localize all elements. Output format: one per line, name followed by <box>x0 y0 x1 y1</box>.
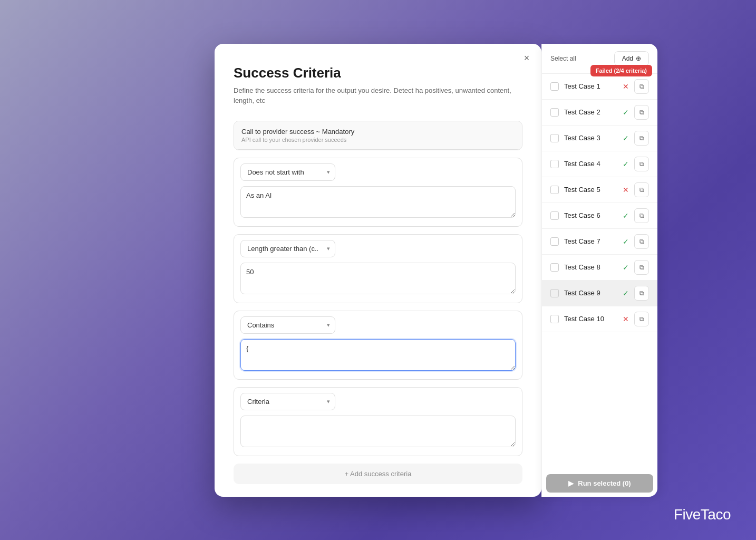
test-case-7-name: Test Case 7 <box>564 237 617 245</box>
test-case-row[interactable]: Test Case 1 ✕ ⧉ <box>542 74 657 100</box>
add-icon: ⊕ <box>636 55 641 62</box>
test-case-4-name: Test Case 4 <box>564 160 617 168</box>
pass-icon-3: ✓ <box>623 134 629 142</box>
test-case-7-checkbox[interactable] <box>550 237 559 246</box>
fail-icon-10: ✕ <box>623 315 629 323</box>
criteria-5-select-wrapper: Criteria Does not start with Length grea… <box>240 393 335 410</box>
test-case-3-name: Test Case 3 <box>564 134 617 142</box>
test-case-row[interactable]: Test Case 6 ✓ ⧉ <box>542 203 657 229</box>
test-case-5-checkbox[interactable] <box>550 186 559 194</box>
test-case-6-checkbox[interactable] <box>550 211 559 220</box>
copy-button-3[interactable]: ⧉ <box>634 131 649 146</box>
pass-icon-8: ✓ <box>623 263 629 272</box>
add-button[interactable]: Add ⊕ <box>614 51 649 66</box>
right-panel-header: Select all Add ⊕ Failed (2/4 criteria) <box>542 44 657 74</box>
criteria-4-select[interactable]: Contains Does not start with Length grea… <box>240 316 335 334</box>
pass-icon-4: ✓ <box>623 160 629 168</box>
test-case-10-checkbox[interactable] <box>550 315 559 323</box>
test-case-row[interactable]: Test Case 7 ✓ ⧉ <box>542 229 657 255</box>
criteria-3-select[interactable]: Length greater than (c... Does not start… <box>240 240 335 257</box>
criteria-block-2: Does not start with Contains Length grea… <box>234 158 522 227</box>
copy-button-8[interactable]: ⧉ <box>634 260 649 275</box>
copy-button-7[interactable]: ⧉ <box>634 234 649 249</box>
copy-button-2[interactable]: ⧉ <box>634 105 649 120</box>
add-button-label: Add <box>622 55 633 62</box>
brand-logo: FiveTaco <box>674 506 731 523</box>
criteria-3-select-wrapper: Length greater than (c... Does not start… <box>240 240 335 257</box>
criteria-4-textarea[interactable]: { <box>240 339 516 371</box>
criteria-2-select[interactable]: Does not start with Contains Length grea… <box>240 163 335 181</box>
play-icon: ▶ <box>568 479 574 487</box>
modal-subtitle: Define the success criteria for the outp… <box>234 85 522 106</box>
test-case-row[interactable]: Test Case 9 ✓ ⧉ <box>542 281 657 306</box>
criteria-3-textarea[interactable]: 50 <box>240 263 516 294</box>
pass-icon-7: ✓ <box>623 237 629 246</box>
fail-icon-5: ✕ <box>623 186 629 194</box>
brand-name-part2: Taco <box>701 506 731 523</box>
test-case-9-checkbox[interactable] <box>550 289 559 297</box>
criteria-block-5: Criteria Does not start with Length grea… <box>234 387 522 456</box>
main-modal: × Success Criteria Define the success cr… <box>215 44 541 497</box>
pass-icon-6: ✓ <box>623 211 629 220</box>
criteria-5-select[interactable]: Criteria Does not start with Length grea… <box>240 393 335 410</box>
test-case-1-name: Test Case 1 <box>564 82 617 90</box>
right-panel: Select all Add ⊕ Failed (2/4 criteria) T… <box>541 44 657 497</box>
test-case-1-checkbox[interactable] <box>550 82 559 91</box>
criteria-2-textarea[interactable]: As an AI <box>240 186 516 218</box>
copy-button-9[interactable]: ⧉ <box>634 286 649 301</box>
close-button[interactable]: × <box>519 51 534 66</box>
test-case-row[interactable]: Test Case 10 ✕ ⧉ <box>542 306 657 332</box>
test-case-6-name: Test Case 6 <box>564 211 617 219</box>
copy-button-4[interactable]: ⧉ <box>634 157 649 171</box>
pass-icon-2: ✓ <box>623 108 629 117</box>
copy-button-1[interactable]: ⧉ <box>634 79 649 94</box>
modal-left-panel: Success Criteria Define the success crit… <box>215 44 541 497</box>
test-case-10-name: Test Case 10 <box>564 315 617 323</box>
test-case-9-name: Test Case 9 <box>564 289 617 297</box>
criteria-2-select-wrapper: Does not start with Contains Length grea… <box>240 163 335 181</box>
criteria-4-select-wrapper: Contains Does not start with Length grea… <box>240 316 335 334</box>
brand-name-part1: Five <box>674 506 701 523</box>
failed-badge: Failed (2/4 criteria) <box>590 65 652 76</box>
add-criteria-button[interactable]: + Add success criteria <box>234 464 522 484</box>
run-selected-label: Run selected (0) <box>578 479 631 487</box>
test-case-2-name: Test Case 2 <box>564 108 617 116</box>
criteria-1-title: Call to provider success ~ Mandatory <box>241 128 515 136</box>
select-all-label: Select all <box>550 55 576 62</box>
modal-container: × Success Criteria Define the success cr… <box>215 44 541 497</box>
criteria-5-textarea[interactable] <box>240 416 516 447</box>
criteria-1-header: Call to provider success ~ Mandatory API… <box>234 121 522 150</box>
fail-icon-1: ✕ <box>623 82 629 91</box>
test-case-row[interactable]: Test Case 8 ✓ ⧉ <box>542 255 657 281</box>
test-case-2-checkbox[interactable] <box>550 108 559 117</box>
test-cases-list: Test Case 1 ✕ ⧉ Test Case 2 ✓ ⧉ Test Cas… <box>542 74 657 470</box>
test-case-3-checkbox[interactable] <box>550 134 559 142</box>
pass-icon-9: ✓ <box>623 289 629 297</box>
test-case-4-checkbox[interactable] <box>550 160 559 168</box>
criteria-block-1: Call to provider success ~ Mandatory API… <box>234 121 522 150</box>
criteria-block-3: Length greater than (c... Does not start… <box>234 234 522 303</box>
modal-title: Success Criteria <box>234 65 522 81</box>
test-case-8-name: Test Case 8 <box>564 263 617 271</box>
test-case-row[interactable]: Test Case 2 ✓ ⧉ <box>542 100 657 126</box>
criteria-block-4: Contains Does not start with Length grea… <box>234 311 522 380</box>
test-case-row[interactable]: Test Case 4 ✓ ⧉ <box>542 151 657 177</box>
copy-button-5[interactable]: ⧉ <box>634 182 649 197</box>
copy-button-10[interactable]: ⧉ <box>634 312 649 326</box>
test-case-5-name: Test Case 5 <box>564 186 617 194</box>
test-case-row[interactable]: Test Case 5 ✕ ⧉ <box>542 177 657 203</box>
test-case-row[interactable]: Test Case 3 ✓ ⧉ <box>542 126 657 151</box>
copy-button-6[interactable]: ⧉ <box>634 208 649 223</box>
criteria-1-subtitle: API call to your chosen provider suceeds <box>241 137 515 143</box>
test-case-8-checkbox[interactable] <box>550 263 559 272</box>
run-selected-button[interactable]: ▶ Run selected (0) <box>546 474 653 493</box>
